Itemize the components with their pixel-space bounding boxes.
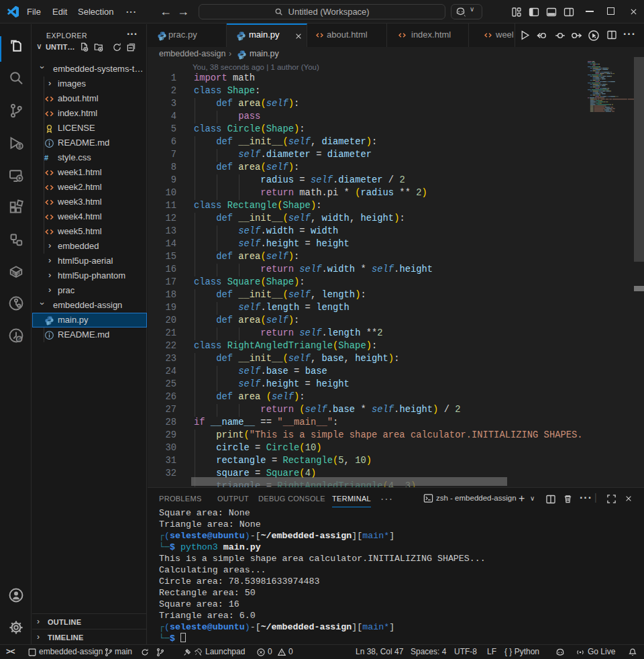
svg-text:@: @ (17, 337, 22, 342)
